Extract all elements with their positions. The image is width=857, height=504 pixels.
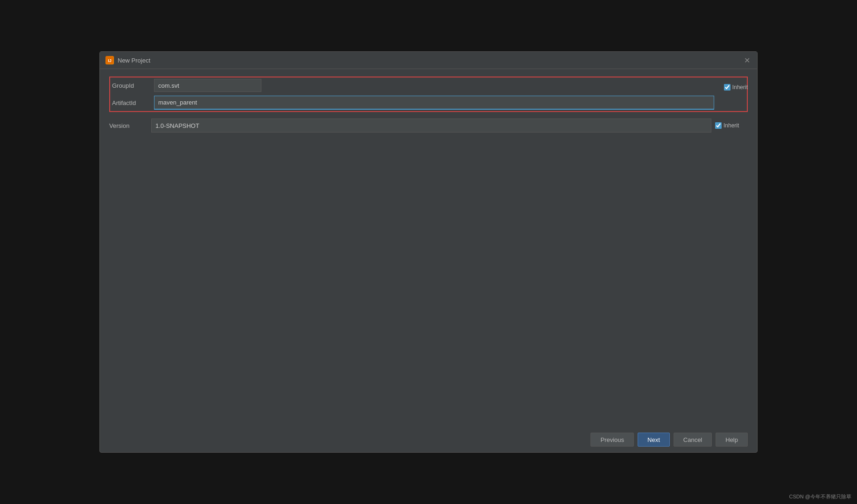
svg-text:IJ: IJ: [108, 58, 112, 63]
help-button[interactable]: Help: [716, 433, 748, 447]
version-inherit-label: Inherit: [724, 122, 739, 129]
title-bar: IJ New Project ✕: [100, 52, 757, 69]
dialog-title: New Project: [118, 57, 150, 64]
close-button[interactable]: ✕: [742, 56, 752, 65]
watermark: CSDN @今年不养猪只除草: [789, 493, 851, 500]
version-row: Version Inherit: [109, 119, 748, 133]
version-inherit-checkbox[interactable]: [715, 122, 722, 129]
dialog-footer: Previous Next Cancel Help: [100, 427, 757, 452]
app-icon: IJ: [105, 56, 114, 64]
groupid-row: GroupId: [112, 79, 745, 92]
groupid-input[interactable]: [154, 79, 261, 92]
artifactid-label: ArtifactId: [112, 99, 154, 106]
version-input[interactable]: [151, 119, 711, 133]
new-project-dialog: IJ New Project ✕ GroupId: [99, 51, 758, 453]
cancel-button[interactable]: Cancel: [674, 433, 712, 447]
groupid-artifactid-container: GroupId ArtifactId: [109, 77, 748, 112]
version-label: Version: [109, 122, 151, 129]
groupid-inherit-checkbox[interactable]: [724, 84, 731, 91]
dialog-content: GroupId ArtifactId Inherit: [100, 69, 757, 427]
artifactid-input[interactable]: [154, 96, 714, 110]
previous-button[interactable]: Previous: [590, 433, 634, 447]
title-bar-left: IJ New Project: [105, 56, 150, 64]
next-button[interactable]: Next: [638, 433, 670, 447]
artifactid-row: ArtifactId: [112, 96, 745, 110]
groupid-label: GroupId: [112, 82, 154, 89]
overlay: IJ New Project ✕ GroupId: [0, 0, 857, 504]
version-inherit-container: Inherit: [715, 122, 739, 129]
groupid-inherit-label: Inherit: [732, 84, 748, 91]
groupid-inherit-container: Inherit: [724, 84, 748, 91]
